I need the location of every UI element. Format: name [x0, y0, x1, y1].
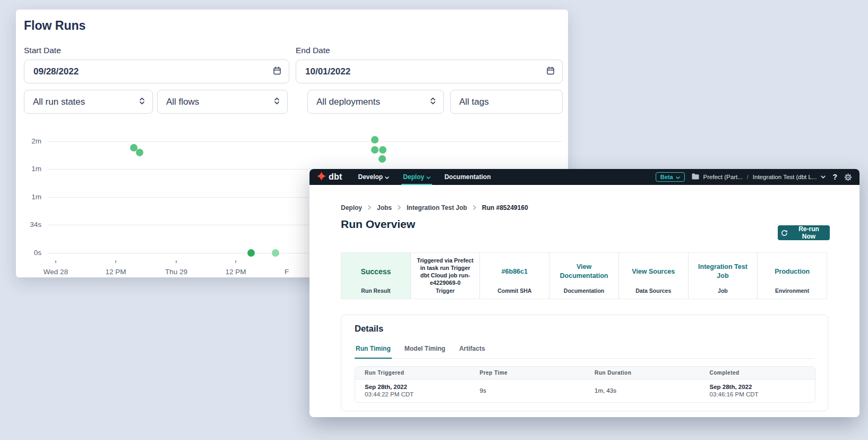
breadcrumb-chevron-icon [398, 204, 401, 211]
status-label: Documentation [549, 287, 618, 294]
account-name: Prefect (Part... [703, 174, 743, 180]
desktop: Flow Runs Start Date End Date All ru [0, 0, 868, 440]
folder-icon [692, 172, 699, 182]
x-axis-tick-label: 12 PM [212, 268, 260, 276]
chevron-down-icon [821, 175, 826, 179]
view-sources-link[interactable]: View Sources [632, 267, 675, 276]
tab-model-timing[interactable]: Model Timing [403, 345, 446, 358]
rerun-now-label: Re-run Now [791, 225, 827, 240]
col-prep-time: Prep Time [470, 367, 586, 379]
nav-item-label: Develop [358, 173, 383, 181]
status-label: Run Result [341, 287, 410, 294]
x-axis-tick-label: Thu 29 [152, 268, 200, 276]
status-card-commit-sha: #6b86c1 Commit SHA [480, 253, 549, 299]
project-picker[interactable]: Prefect (Part... / Integration Test (dbt… [692, 172, 826, 182]
refresh-icon [781, 230, 788, 236]
status-label: Job [689, 287, 758, 294]
chevron-down-icon [676, 174, 680, 180]
flow-run-dot[interactable] [272, 249, 279, 257]
table-row: Sep 28th, 2022 03:44:22 PM CDT 9s 1m, 43… [355, 379, 815, 402]
breadcrumb-chevron-icon [368, 204, 371, 211]
breadcrumb: Deploy Jobs Integration Test Job Run #85… [341, 204, 528, 211]
dbt-logo[interactable]: dbt [317, 172, 342, 183]
beta-label: Beta [660, 174, 673, 180]
x-axis-tick [115, 260, 116, 263]
nav-item-label: Documentation [444, 173, 491, 181]
nav-documentation[interactable]: Documentation [444, 169, 491, 185]
help-icon[interactable]: ? [832, 173, 837, 181]
nav-deploy[interactable]: Deploy [403, 169, 431, 185]
run-status-cards: Success Run Result Triggered via Prefect… [341, 252, 827, 299]
status-label: Data Sources [619, 287, 688, 294]
status-label: Commit SHA [480, 287, 549, 294]
x-axis-tick [235, 260, 236, 263]
run-triggered-date: Sep 28th, 2022 [365, 384, 466, 390]
nav-item-label: Deploy [403, 173, 424, 181]
flow-run-dot[interactable] [379, 155, 386, 163]
chevron-down-icon [385, 173, 389, 181]
status-card-run-result: Success Run Result [341, 253, 411, 299]
y-axis-tick-label: 1m [16, 165, 41, 173]
status-label: Environment [758, 287, 827, 294]
col-run-duration: Run Duration [585, 367, 700, 379]
x-axis-tick [176, 260, 177, 263]
completed-time: 03:46:16 PM CDT [710, 391, 811, 397]
cell-completed: Sep 28th, 2022 03:46:16 PM CDT [700, 379, 815, 402]
x-axis-tick-label: 12 PM [92, 268, 140, 276]
breadcrumb-item[interactable]: Integration Test Job [407, 204, 467, 211]
flow-run-dot[interactable] [379, 146, 386, 154]
gear-icon[interactable] [844, 173, 852, 181]
rerun-now-button[interactable]: Re-run Now [778, 225, 830, 240]
col-completed: Completed [700, 367, 815, 379]
col-run-triggered: Run Triggered [355, 367, 470, 379]
flow-run-dot[interactable] [136, 149, 143, 156]
nav-develop[interactable]: Develop [358, 169, 389, 185]
status-value: Success [360, 267, 391, 277]
run-timing-table: Run Triggered Prep Time Run Duration Com… [355, 366, 815, 403]
tab-artifacts[interactable]: Artifacts [458, 345, 486, 358]
run-triggered-time: 03:44:22 PM CDT [365, 391, 466, 397]
cell-run-duration: 1m, 43s [585, 379, 700, 402]
status-label: Trigger [411, 287, 480, 294]
cell-run-triggered: Sep 28th, 2022 03:44:22 PM CDT [355, 379, 470, 402]
cell-prep-time: 9s [470, 379, 586, 402]
environment-link[interactable]: Production [775, 267, 810, 276]
y-axis-tick-label: 1m [16, 193, 41, 201]
status-card-environment: Production Environment [758, 253, 827, 299]
y-axis-tick-label: 34s [16, 221, 41, 229]
breadcrumb-item[interactable]: Deploy [341, 204, 362, 211]
flow-run-dot[interactable] [371, 146, 379, 154]
status-card-job: Integration Test Job Job [689, 253, 758, 299]
breadcrumb-item[interactable]: Jobs [377, 204, 392, 211]
flow-run-dot[interactable] [371, 136, 379, 143]
breadcrumb-chevron-icon [473, 204, 476, 211]
tab-run-timing[interactable]: Run Timing [355, 345, 392, 359]
breadcrumb-current: Run #85249160 [482, 204, 528, 211]
status-card-trigger: Triggered via Prefect in task run Trigge… [411, 253, 480, 299]
view-documentation-link[interactable]: View Documentation [554, 263, 614, 281]
x-axis-tick-label: Wed 28 [32, 268, 80, 276]
job-link[interactable]: Integration Test Job [693, 263, 753, 281]
beta-badge[interactable]: Beta [656, 172, 685, 182]
details-panel: Details Run Timing Model Timing Artifact… [341, 315, 828, 411]
details-tabs: Run Timing Model Timing Artifacts [355, 345, 814, 359]
commit-sha-link[interactable]: #6b86c1 [502, 267, 528, 276]
dbt-navbar: dbt Develop Deploy Documentation Beta [310, 169, 860, 185]
x-axis-tick-label: F [285, 268, 306, 276]
navbar-right: Beta Prefect (Part... / Integration Test… [656, 172, 852, 182]
y-axis-tick-label: 0s [16, 249, 41, 257]
path-separator: / [747, 174, 749, 180]
flow-run-dot[interactable] [247, 249, 255, 257]
x-axis-tick [55, 260, 56, 263]
y-axis-tick-label: 2m [16, 137, 41, 145]
project-name: Integration Test (dbt L... [753, 174, 817, 180]
status-card-data-sources: View Sources Data Sources [619, 253, 689, 299]
prep-time-value: 9s [480, 387, 581, 394]
dbt-logo-icon [317, 172, 326, 183]
gridline [48, 141, 562, 142]
completed-date: Sep 28th, 2022 [710, 384, 811, 390]
status-card-documentation: View Documentation Documentation [549, 253, 619, 299]
chevron-down-icon [426, 173, 431, 181]
status-value: Triggered via Prefect in task run Trigge… [416, 257, 475, 286]
run-overview-title: Run Overview [341, 218, 415, 231]
